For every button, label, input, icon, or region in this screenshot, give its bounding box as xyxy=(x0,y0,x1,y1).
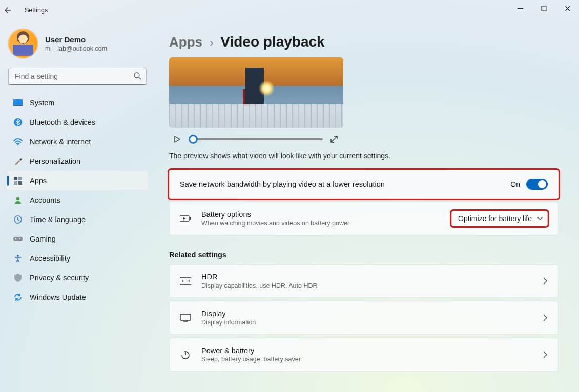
related-subtitle: Display information xyxy=(201,319,532,326)
battery-icon xyxy=(180,215,191,222)
main-panel: Apps › Video playback The preview shows … xyxy=(154,20,579,392)
svg-point-13 xyxy=(15,238,16,239)
sidebar-item-update[interactable]: Windows Update xyxy=(7,288,148,307)
related-title: Display xyxy=(201,310,532,318)
bandwidth-label: Save network bandwidth by playing video … xyxy=(180,180,500,188)
avatar xyxy=(8,29,38,58)
system-icon xyxy=(13,98,23,107)
window-title: Settings xyxy=(25,7,48,14)
nav-label: Accessibility xyxy=(30,254,70,263)
nav-label: Windows Update xyxy=(30,293,86,301)
sidebar-item-personalization[interactable]: Personalization xyxy=(7,151,148,171)
related-title: HDR xyxy=(201,273,532,281)
svg-point-1 xyxy=(134,73,139,78)
nav-label: Network & internet xyxy=(30,138,91,146)
search-icon xyxy=(133,72,141,80)
search-wrap xyxy=(8,68,147,85)
nav-label: Time & language xyxy=(30,215,86,224)
person-icon xyxy=(13,195,23,205)
breadcrumb-parent[interactable]: Apps xyxy=(169,34,202,50)
video-preview xyxy=(169,57,343,150)
maximize-button[interactable] xyxy=(532,0,555,16)
shield-icon xyxy=(13,273,23,282)
user-email: m__lab@outlook.com xyxy=(45,45,107,52)
svg-rect-0 xyxy=(542,6,546,11)
bandwidth-toggle[interactable] xyxy=(526,179,548,190)
chevron-right-icon xyxy=(543,277,548,285)
update-icon xyxy=(13,293,23,302)
user-block[interactable]: User Demo m__lab@outlook.com xyxy=(8,29,146,58)
svg-rect-20 xyxy=(180,314,191,320)
close-button[interactable] xyxy=(555,0,579,16)
chevron-right-icon xyxy=(543,351,548,358)
sidebar-item-accounts[interactable]: Accounts xyxy=(7,190,148,210)
battery-dropdown[interactable]: Optimize for battery life xyxy=(451,211,548,226)
fullscreen-button[interactable] xyxy=(330,135,339,143)
user-name: User Demo xyxy=(45,35,107,44)
play-button[interactable] xyxy=(173,135,182,143)
battery-title: Battery options xyxy=(201,210,441,219)
scrubber-track[interactable] xyxy=(190,138,323,140)
preview-caption: The preview shows what video will look l… xyxy=(169,151,446,160)
wifi-icon xyxy=(13,137,23,146)
chevron-right-icon xyxy=(543,314,548,321)
page-title: Video playback xyxy=(220,34,324,50)
chevron-right-icon: › xyxy=(210,36,213,50)
nav-label: System xyxy=(30,99,54,107)
setting-bandwidth: Save network bandwidth by playing video … xyxy=(169,170,559,199)
hdr-icon: HDR xyxy=(180,277,191,285)
related-subtitle: Sleep, battery usage, battery saver xyxy=(201,356,532,363)
sidebar-item-apps[interactable]: Apps xyxy=(7,171,148,190)
sidebar: User Demo m__lab@outlook.com System Blue… xyxy=(0,20,154,392)
nav-label: Personalization xyxy=(30,157,80,165)
related-subtitle: Display capabilities, use HDR, Auto HDR xyxy=(201,282,532,289)
svg-point-5 xyxy=(17,144,19,145)
svg-rect-9 xyxy=(18,181,22,185)
svg-text:HDR: HDR xyxy=(182,279,190,283)
svg-rect-3 xyxy=(13,105,23,106)
brush-icon xyxy=(13,157,23,166)
svg-rect-8 xyxy=(14,181,17,185)
svg-point-14 xyxy=(19,238,20,239)
related-hdr[interactable]: HDR HDR Display capabilities, use HDR, A… xyxy=(169,264,559,298)
sidebar-item-privacy[interactable]: Privacy & security xyxy=(7,268,148,288)
nav-label: Gaming xyxy=(30,235,56,243)
display-icon xyxy=(180,314,191,322)
nav-label: Apps xyxy=(30,177,47,185)
sidebar-item-accessibility[interactable]: Accessibility xyxy=(7,249,148,268)
gamepad-icon xyxy=(13,234,23,244)
sidebar-item-time[interactable]: Time & language xyxy=(7,210,148,229)
accessibility-icon xyxy=(13,254,23,263)
apps-icon xyxy=(13,176,23,185)
related-display[interactable]: Display Display information xyxy=(169,301,559,335)
search-input[interactable] xyxy=(8,68,147,85)
window-controls xyxy=(508,0,579,16)
sidebar-item-system[interactable]: System xyxy=(7,93,148,113)
scrubber-thumb[interactable] xyxy=(189,135,198,144)
sidebar-item-network[interactable]: Network & internet xyxy=(7,132,148,151)
svg-rect-2 xyxy=(13,99,23,105)
nav-label: Bluetooth & devices xyxy=(30,118,95,126)
related-title: Power & battery xyxy=(201,346,532,355)
preview-thumbnail[interactable] xyxy=(169,57,343,128)
svg-rect-17 xyxy=(190,217,191,220)
titlebar: Settings xyxy=(0,0,579,20)
svg-point-10 xyxy=(16,197,19,200)
nav-label: Privacy & security xyxy=(30,274,89,282)
nav-label: Accounts xyxy=(30,196,60,204)
power-icon xyxy=(180,350,191,359)
breadcrumb: Apps › Video playback xyxy=(169,34,559,50)
nav: System Bluetooth & devices Network & int… xyxy=(7,93,148,307)
back-button[interactable] xyxy=(3,6,20,14)
svg-rect-7 xyxy=(18,177,22,180)
chevron-down-icon xyxy=(537,216,543,221)
sidebar-item-bluetooth[interactable]: Bluetooth & devices xyxy=(7,113,148,132)
minimize-button[interactable] xyxy=(508,0,532,16)
bluetooth-icon xyxy=(13,118,23,127)
battery-subtitle: When watching movies and videos on batte… xyxy=(201,220,441,227)
sidebar-item-gaming[interactable]: Gaming xyxy=(7,229,148,249)
related-power[interactable]: Power & battery Sleep, battery usage, ba… xyxy=(169,338,559,372)
clock-icon xyxy=(13,215,23,224)
related-heading: Related settings xyxy=(169,251,559,259)
svg-rect-6 xyxy=(14,177,17,180)
